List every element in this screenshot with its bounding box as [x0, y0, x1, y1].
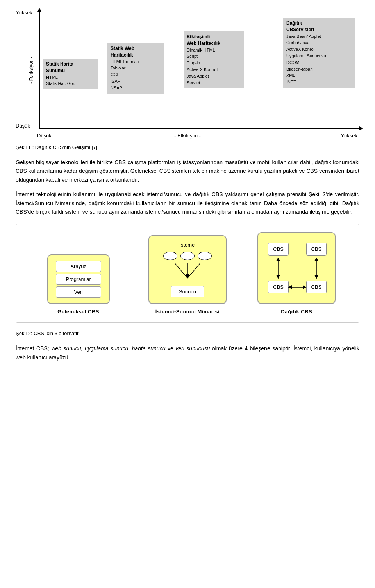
arch-istemci-sunucu: İstemci Sunucu İstemci-Sunucu Mimarisi — [137, 235, 238, 314]
y-axis-mid-label: - Fonksiyon - — [29, 57, 34, 83]
arch-dagitik: CBS CBS CBS CBS — [246, 232, 347, 314]
svg-line-4 — [188, 263, 200, 278]
geleneksel-box: Arayüz Programlar Veri — [47, 254, 110, 304]
paragraph-2: İnternet teknolojilerinin kullanımı ile … — [16, 190, 359, 216]
svg-marker-8 — [303, 285, 306, 289]
istemci-label: İstemci — [179, 242, 195, 248]
cbs-arrows-svg — [264, 239, 330, 297]
box-dagitik: DağıtıkCBServisleri Java Bean/ AppletCor… — [283, 18, 355, 88]
italic-web-sunucu: web sunucu, uygulama sunucu, harita sunu… — [51, 345, 165, 352]
geleneksel-title: Geleneksel CBS — [57, 309, 99, 314]
geleneksel-veri: Veri — [56, 286, 101, 298]
x-axis-line — [39, 128, 359, 129]
paragraph-3: İnternet CBS; web sunucu, uygulama sunuc… — [16, 344, 359, 362]
box-statik-web: Statik WebHaritacılık HTML FormlarıTablo… — [107, 43, 164, 94]
y-axis-arrow — [38, 8, 41, 12]
istemci-arrows-svg — [168, 263, 207, 283]
chart-container: Yüksek - Fonksiyon - Statik HaritaSunumu… — [16, 8, 359, 140]
x-axis-high-label: Yüksek — [341, 133, 357, 139]
box-statik-harita: Statik HaritaSunumu HTMLStatik Har. Gör. — [43, 59, 98, 89]
x-axis-arrow — [359, 126, 363, 130]
ellipse-3 — [198, 252, 212, 260]
paragraph-1: Gelişen bilgisayar teknolojileri ile bir… — [16, 158, 359, 184]
dagitik-title: Dağıtık CBS — [281, 309, 312, 314]
svg-marker-15 — [314, 275, 318, 279]
y-axis-line — [39, 12, 40, 129]
ellipses-row — [163, 252, 212, 260]
svg-marker-9 — [288, 285, 292, 289]
sunucu-box: Sunucu — [171, 286, 204, 297]
istemci-sunucu-title: İstemci-Sunucu Mimarisi — [155, 309, 220, 314]
ellipse-2 — [180, 252, 195, 260]
geleneksel-arayuz: Arayüz — [56, 261, 101, 272]
svg-line-0 — [175, 263, 188, 278]
svg-marker-14 — [314, 258, 318, 261]
x-axis-mid-label: - Etkileşim - — [174, 133, 201, 139]
figure1-caption: Şekil 1 : Dağıtık CBS'nin Gelişimi [7] — [16, 144, 359, 150]
y-axis-high-label: Yüksek — [16, 10, 32, 16]
x-axis-low-label: Düşük — [37, 133, 52, 139]
svg-marker-11 — [276, 258, 280, 261]
italic-veri-sunucu: veri sunucusu — [175, 345, 210, 352]
arch-geleneksel: Arayüz Programlar Veri Geleneksel CBS — [28, 254, 129, 314]
y-axis-low-label: Düşük — [16, 123, 30, 129]
ellipse-1 — [163, 252, 177, 260]
svg-marker-12 — [276, 275, 280, 279]
geleneksel-programlar: Programlar — [56, 274, 101, 285]
istemci-sunucu-box: İstemci Sunucu — [148, 235, 227, 304]
arch-diagram: Arayüz Programlar Veri Geleneksel CBS İs… — [16, 224, 359, 323]
dagitik-box: CBS CBS CBS CBS — [257, 232, 336, 304]
figure2-caption: Şekil 2: CBS için 3 alternatif — [16, 330, 359, 336]
box-etkilesimli: EtkileşimliWeb Haritacılık Dinamik HTMLS… — [184, 31, 244, 88]
chart-inner: - Fonksiyon - Statik HaritaSunumu HTMLSt… — [39, 12, 359, 129]
